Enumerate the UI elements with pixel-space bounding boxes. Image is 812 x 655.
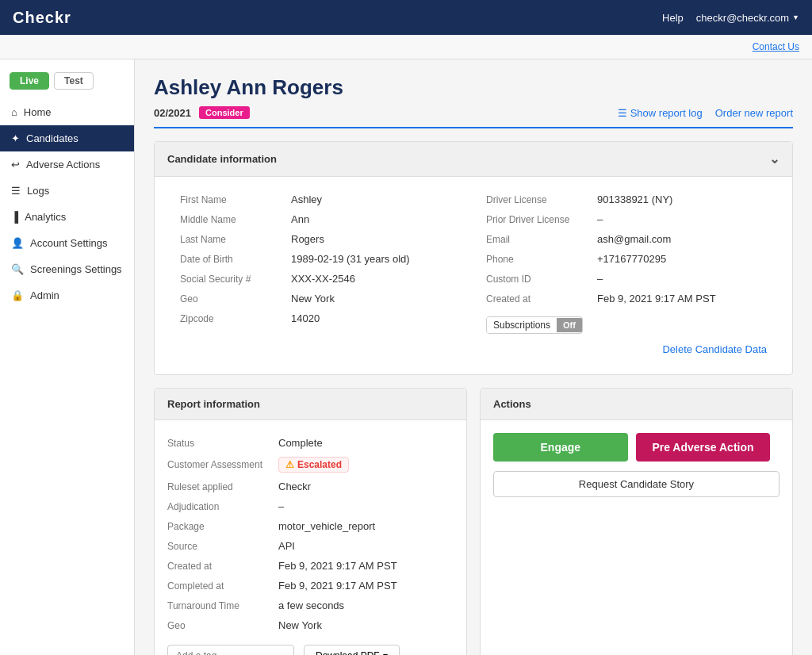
sidebar-item-adverse-actions[interactable]: ↩ Adverse Actions: [0, 151, 134, 178]
sidebar: Live Test ⌂ Home ✦ Candidates ↩ Adverse …: [0, 59, 135, 655]
geo-row: Geo New York: [180, 289, 461, 308]
custom-id-label: Custom ID: [486, 274, 597, 285]
subscriptions-state: Off: [557, 318, 582, 332]
order-new-report-link[interactable]: Order new report: [715, 107, 793, 119]
dob-row: Date of Birth 1989-02-19 (31 years old): [180, 249, 461, 269]
sidebar-item-analytics[interactable]: ▐ Analytics: [0, 204, 134, 230]
ruleset-value: Checkr: [278, 481, 311, 492]
env-switcher: Live Test: [0, 66, 134, 99]
help-link[interactable]: Help: [662, 12, 684, 24]
actions-title: Actions: [493, 398, 531, 410]
geo-label: Geo: [180, 293, 291, 305]
home-icon: ⌂: [11, 106, 17, 118]
completed-row: Completed at Feb 9, 2021 9:17 AM PST: [167, 576, 454, 596]
customer-assessment-row: Customer Assessment ⚠ Escalated: [167, 453, 454, 477]
package-row: Package motor_vehicle_report: [167, 516, 454, 536]
env-live-button[interactable]: Live: [10, 72, 49, 90]
sidebar-item-admin-label: Admin: [30, 289, 59, 301]
source-label: Source: [167, 541, 278, 552]
completed-value: Feb 9, 2021 9:17 AM PST: [278, 580, 397, 592]
customer-assessment-label: Customer Assessment: [167, 459, 278, 470]
phone-label: Phone: [486, 254, 597, 265]
screenings-icon: 🔍: [11, 263, 24, 275]
primary-action-buttons: Engage Pre Adverse Action: [493, 433, 779, 462]
sidebar-item-logs-label: Logs: [27, 185, 49, 197]
sidebar-item-candidates-label: Candidates: [26, 132, 79, 144]
turnaround-row: Turnaround Time a few seconds: [167, 596, 454, 615]
package-label: Package: [167, 521, 278, 532]
last-name-value: Rogers: [291, 233, 324, 245]
adjudication-row: Adjudication –: [167, 496, 454, 516]
zipcode-label: Zipcode: [180, 313, 291, 324]
customer-assessment-value: Escalated: [297, 459, 342, 470]
report-geo-row: Geo New York: [167, 615, 454, 635]
navbar-right: Help checkr@checkr.com: [662, 12, 799, 24]
last-name-row: Last Name Rogers: [180, 229, 461, 249]
sidebar-item-account-settings[interactable]: 👤 Account Settings: [0, 230, 134, 256]
middle-name-label: Middle Name: [180, 214, 291, 225]
driver-license-row: Driver License 901338921 (NY): [486, 190, 767, 209]
report-geo-label: Geo: [167, 620, 278, 631]
info-col-right: Driver License 901338921 (NY) Prior Driv…: [473, 190, 779, 337]
zipcode-value: 14020: [291, 312, 320, 324]
add-tag-input[interactable]: [167, 645, 294, 655]
sidebar-item-analytics-label: Analytics: [25, 211, 66, 223]
contact-us-link[interactable]: Contact Us: [753, 41, 799, 52]
first-name-row: First Name Ashley: [180, 190, 461, 209]
main-content: Ashley Ann Rogers 02/2021 Consider ☰ Sho…: [135, 59, 812, 655]
source-value: API: [278, 540, 295, 552]
warn-icon: ⚠: [285, 459, 294, 470]
account-menu[interactable]: checkr@checkr.com: [696, 12, 799, 24]
dob-label: Date of Birth: [180, 254, 291, 265]
download-pdf-button[interactable]: Download PDF ▾: [304, 645, 400, 655]
prior-driver-license-label: Prior Driver License: [486, 214, 597, 225]
sidebar-item-account-label: Account Settings: [30, 237, 108, 249]
created-at-row: Created at Feb 9, 2021 9:17 AM PST: [486, 289, 767, 308]
request-candidate-story-button[interactable]: Request Candidate Story: [493, 471, 779, 497]
phone-value: +17167770295: [597, 253, 666, 265]
driver-license-label: Driver License: [486, 194, 597, 205]
sidebar-item-home[interactable]: ⌂ Home: [0, 99, 134, 125]
show-report-log-link[interactable]: ☰ Show report log: [618, 107, 703, 119]
candidate-info-body: First Name Ashley Middle Name Ann Last N…: [155, 177, 792, 374]
sidebar-item-screenings-settings[interactable]: 🔍 Screenings Settings: [0, 256, 134, 282]
report-created-row: Created at Feb 9, 2021 9:17 AM PST: [167, 556, 454, 576]
sidebar-item-logs[interactable]: ☰ Logs: [0, 178, 134, 204]
candidate-info-chevron[interactable]: ⌄: [769, 151, 779, 167]
actions-panel: Engage Pre Adverse Action Request Candid…: [481, 420, 792, 510]
candidates-icon: ✦: [11, 132, 20, 144]
candidate-info-card: Candidate information ⌄ First Name Ashle…: [154, 141, 793, 375]
email-row: Email ash@gmail.com: [486, 229, 767, 249]
subscriptions-toggle[interactable]: Subscriptions Off: [486, 316, 583, 334]
phone-row: Phone +17167770295: [486, 249, 767, 269]
engage-button[interactable]: Engage: [493, 433, 628, 462]
zipcode-row: Zipcode 14020: [180, 308, 461, 328]
candidate-meta: 02/2021 Consider ☰ Show report log Order…: [154, 106, 793, 128]
sidebar-item-candidates[interactable]: ✦ Candidates: [0, 125, 134, 151]
ssn-value: XXX-XX-2546: [291, 273, 355, 285]
adjudication-label: Adjudication: [167, 501, 278, 512]
admin-icon: 🔒: [11, 289, 24, 301]
env-test-button[interactable]: Test: [54, 72, 94, 90]
delete-candidate-data-link[interactable]: Delete Candidate Data: [167, 337, 779, 362]
report-created-label: Created at: [167, 561, 278, 572]
report-info-title: Report information: [167, 398, 260, 410]
created-at-label: Created at: [486, 293, 597, 305]
ruleset-row: Ruleset applied Checkr: [167, 477, 454, 496]
pre-adverse-button[interactable]: Pre Adverse Action: [636, 433, 771, 462]
subnav: Contact Us: [0, 35, 812, 59]
dob-value: 1989-02-19 (31 years old): [291, 253, 410, 265]
report-geo-value: New York: [278, 619, 322, 631]
adverse-actions-icon: ↩: [11, 159, 20, 170]
subscriptions-label: Subscriptions: [487, 317, 557, 333]
report-created-value: Feb 9, 2021 9:17 AM PST: [278, 560, 397, 572]
consider-badge: Consider: [199, 106, 250, 119]
navbar: Checkr Help checkr@checkr.com: [0, 0, 812, 35]
sidebar-item-home-label: Home: [24, 106, 52, 118]
dropdown-arrow-icon: ▾: [383, 650, 388, 655]
sidebar-item-admin[interactable]: 🔒 Admin: [0, 282, 134, 308]
status-label: Status: [167, 438, 278, 449]
candidate-info-grid: First Name Ashley Middle Name Ann Last N…: [167, 190, 779, 337]
actions-header: Actions: [481, 389, 792, 420]
report-actions: ☰ Show report log Order new report: [618, 107, 793, 119]
